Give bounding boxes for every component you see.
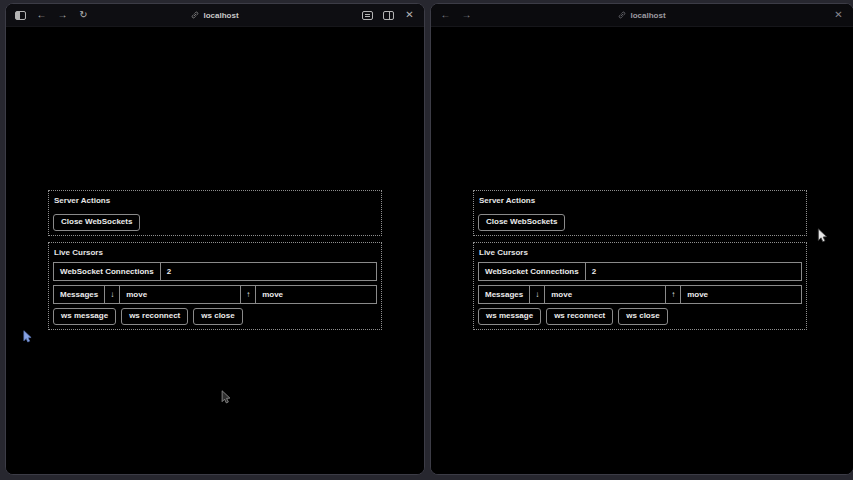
- browser-window-left: ← → ↻ localhost ✕ Server Actions Close: [5, 3, 425, 475]
- ws-close-button[interactable]: ws close: [618, 308, 667, 325]
- toolbar-right-group: ✕: [833, 10, 844, 21]
- ws-message-button[interactable]: ws message: [478, 308, 541, 325]
- connections-value: 2: [161, 263, 376, 280]
- desktop: ← → ↻ localhost ✕ Server Actions Close: [0, 0, 853, 480]
- ws-close-button[interactable]: ws close: [193, 308, 242, 325]
- close-websockets-button[interactable]: Close WebSockets: [478, 214, 565, 231]
- connections-label: WebSocket Connections: [54, 263, 161, 280]
- message-down-value: move: [545, 286, 666, 303]
- up-arrow-icon: ↑: [241, 286, 256, 303]
- messages-row: Messages ↓ move ↑ move: [478, 285, 802, 304]
- messages-row: Messages ↓ move ↑ move: [53, 285, 377, 304]
- split-view-icon[interactable]: [383, 10, 394, 21]
- connections-label: WebSocket Connections: [479, 263, 586, 280]
- sidebar-toggle-icon[interactable]: [15, 10, 26, 21]
- browser-window-right: ← → localhost ✕ Server Actions Close Web…: [430, 3, 853, 475]
- toolbar-right-group: ✕: [362, 10, 415, 21]
- connections-value: 2: [586, 263, 801, 280]
- link-icon: [191, 11, 199, 19]
- page-content-right: Server Actions Close WebSockets Live Cur…: [431, 27, 853, 475]
- back-icon[interactable]: ←: [440, 10, 451, 21]
- titlebar-right: ← → localhost ✕: [431, 4, 853, 27]
- toolbar-left-group: ← →: [440, 10, 472, 21]
- titlebar-left: ← → ↻ localhost ✕: [6, 4, 424, 27]
- back-icon[interactable]: ←: [36, 10, 47, 21]
- window-title: localhost: [203, 11, 238, 20]
- ws-buttons-row: ws message ws reconnect ws close: [478, 308, 802, 325]
- messages-label: Messages: [479, 286, 530, 303]
- ws-message-button[interactable]: ws message: [53, 308, 116, 325]
- message-down-value: move: [120, 286, 241, 303]
- down-arrow-icon: ↓: [105, 286, 120, 303]
- reload-icon[interactable]: ↻: [78, 10, 89, 21]
- reader-list-icon[interactable]: [362, 10, 373, 21]
- controls-panel: Server Actions Close WebSockets Live Cur…: [473, 190, 807, 330]
- window-title: localhost: [630, 11, 665, 20]
- connections-row: WebSocket Connections 2: [478, 262, 802, 281]
- forward-icon[interactable]: →: [461, 10, 472, 21]
- server-actions-section: Server Actions Close WebSockets: [473, 190, 807, 236]
- toolbar-left-group: ← → ↻: [15, 10, 89, 21]
- connections-row: WebSocket Connections 2: [53, 262, 377, 281]
- live-cursors-legend: Live Cursors: [478, 247, 802, 262]
- ws-reconnect-button[interactable]: ws reconnect: [121, 308, 188, 325]
- link-icon: [618, 11, 626, 19]
- page-content-left: Server Actions Close WebSockets Live Cur…: [6, 27, 424, 475]
- messages-label: Messages: [54, 286, 105, 303]
- server-actions-legend: Server Actions: [53, 195, 377, 210]
- live-cursors-section: Live Cursors WebSocket Connections 2 Mes…: [48, 242, 382, 330]
- message-up-value: move: [256, 286, 376, 303]
- server-actions-section: Server Actions Close WebSockets: [48, 190, 382, 236]
- server-actions-legend: Server Actions: [478, 195, 802, 210]
- ws-reconnect-button[interactable]: ws reconnect: [546, 308, 613, 325]
- ws-buttons-row: ws message ws reconnect ws close: [53, 308, 377, 325]
- close-icon[interactable]: ✕: [404, 10, 415, 21]
- forward-icon[interactable]: →: [57, 10, 68, 21]
- up-arrow-icon: ↑: [666, 286, 681, 303]
- controls-panel: Server Actions Close WebSockets Live Cur…: [48, 190, 382, 330]
- close-websockets-button[interactable]: Close WebSockets: [53, 214, 140, 231]
- live-cursors-legend: Live Cursors: [53, 247, 377, 262]
- close-icon[interactable]: ✕: [833, 10, 844, 21]
- address-bar: localhost: [431, 4, 853, 26]
- down-arrow-icon: ↓: [530, 286, 545, 303]
- message-up-value: move: [681, 286, 801, 303]
- live-cursors-section: Live Cursors WebSocket Connections 2 Mes…: [473, 242, 807, 330]
